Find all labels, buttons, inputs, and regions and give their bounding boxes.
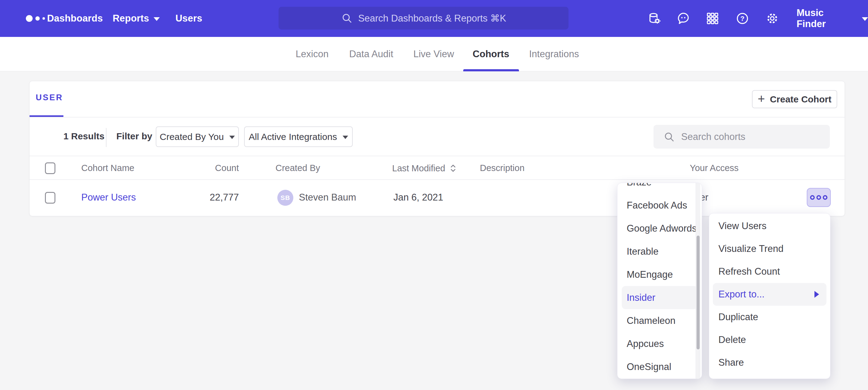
data-management-icon[interactable] bbox=[647, 11, 661, 26]
tab-lexicon[interactable]: Lexicon bbox=[296, 37, 329, 71]
menu-item-export-to[interactable]: Export to... bbox=[713, 283, 827, 306]
menu-item-facebook-ads[interactable]: Facebook Ads bbox=[622, 194, 698, 217]
search-icon bbox=[663, 131, 675, 143]
chevron-down-icon bbox=[343, 136, 348, 139]
tab-integrations[interactable]: Integrations bbox=[529, 37, 579, 71]
export-integrations-submenu: Braze Facebook Ads Google Adwords Iterab… bbox=[617, 183, 702, 379]
results-count: 1 Results bbox=[63, 131, 104, 141]
project-switcher[interactable]: Music Finder bbox=[797, 0, 868, 37]
filter-by-label: Filter by bbox=[116, 131, 152, 141]
column-header-last-modified[interactable]: Last Modified bbox=[392, 163, 457, 173]
menu-item-delete[interactable]: Delete bbox=[713, 328, 827, 351]
tab-user-cohorts[interactable]: USER bbox=[36, 93, 63, 102]
menu-item-insider[interactable]: Insider bbox=[622, 286, 698, 309]
menu-item-visualize-trend[interactable]: Visualize Trend bbox=[713, 237, 827, 260]
column-header-count: Count bbox=[180, 163, 239, 173]
last-modified-date: Jan 6, 2021 bbox=[393, 192, 443, 203]
search-icon bbox=[341, 12, 353, 24]
tab-cohorts[interactable]: Cohorts bbox=[473, 37, 509, 71]
cohort-search-input[interactable] bbox=[681, 125, 823, 149]
menu-item-duplicate[interactable]: Duplicate bbox=[713, 306, 827, 328]
settings-gear-icon[interactable] bbox=[765, 11, 779, 26]
top-nav-bar: Dashboards Reports Users Search Dashboar… bbox=[0, 0, 868, 37]
nav-users[interactable]: Users bbox=[176, 0, 202, 37]
nav-reports[interactable]: Reports bbox=[113, 0, 160, 37]
menu-item-share[interactable]: Share bbox=[713, 351, 827, 374]
project-name: Music Finder bbox=[797, 7, 855, 30]
row-actions-kebab-button[interactable] bbox=[807, 188, 831, 207]
svg-text:?: ? bbox=[740, 15, 744, 23]
menu-item-view-users[interactable]: View Users bbox=[713, 215, 827, 237]
column-header-cohort-name: Cohort Name bbox=[81, 163, 134, 173]
chevron-down-icon bbox=[154, 17, 160, 21]
tab-data-audit[interactable]: Data Audit bbox=[349, 37, 393, 71]
select-all-checkbox[interactable] bbox=[45, 162, 55, 174]
menu-item-moengage[interactable]: MoEngage bbox=[622, 263, 698, 286]
scrollbar-thumb[interactable] bbox=[696, 236, 700, 349]
avatar: SB bbox=[277, 190, 293, 206]
submenu-arrow-icon bbox=[814, 291, 819, 298]
menu-item-iterable[interactable]: Iterable bbox=[622, 240, 698, 263]
cohort-search-field bbox=[653, 125, 830, 149]
menu-item-google-adwords[interactable]: Google Adwords bbox=[622, 217, 698, 240]
integrations-filter-dropdown[interactable]: All Active Integrations bbox=[244, 126, 353, 147]
column-header-created-by: Created By bbox=[276, 163, 320, 173]
created-by-name: Steven Baum bbox=[299, 192, 356, 203]
cohort-count: 22,777 bbox=[180, 192, 239, 203]
global-search-bar[interactable]: Search Dashboards & Reports ⌘K bbox=[279, 7, 568, 30]
create-cohort-button[interactable]: + Create Cohort bbox=[752, 90, 837, 108]
help-icon[interactable]: ? bbox=[735, 11, 749, 26]
menu-item-braze[interactable]: Braze bbox=[622, 183, 698, 194]
three-dots-icon bbox=[809, 194, 828, 201]
chevron-down-icon bbox=[862, 17, 868, 21]
nav-dashboards[interactable]: Dashboards bbox=[47, 0, 103, 37]
cohorts-card: USER + Create Cohort 1 Results Filter by… bbox=[29, 81, 845, 216]
nav-dashboards-label: Dashboards bbox=[47, 13, 103, 24]
column-header-your-access: Your Access bbox=[690, 163, 739, 173]
nav-users-label: Users bbox=[176, 13, 202, 24]
menu-item-appcues[interactable]: Appcues bbox=[622, 332, 698, 355]
row-checkbox[interactable] bbox=[45, 192, 55, 204]
tab-live-view[interactable]: Live View bbox=[413, 37, 454, 71]
column-header-description: Description bbox=[480, 163, 525, 173]
created-by-filter-dropdown[interactable]: Created By You bbox=[156, 126, 239, 147]
menu-item-chameleon[interactable]: Chameleon bbox=[622, 309, 698, 332]
submenu-scrollbar[interactable] bbox=[695, 183, 700, 379]
cohort-actions-menu: View Users Visualize Trend Refresh Count… bbox=[709, 213, 831, 379]
menu-item-refresh-count[interactable]: Refresh Count bbox=[713, 260, 827, 283]
chevron-down-icon bbox=[229, 136, 235, 139]
mixpanel-logo-icon[interactable] bbox=[26, 0, 45, 37]
global-search-placeholder: Search Dashboards & Reports ⌘K bbox=[358, 12, 506, 24]
feedback-chat-icon[interactable] bbox=[676, 11, 690, 26]
apps-grid-icon[interactable] bbox=[706, 11, 720, 26]
plus-icon: + bbox=[758, 93, 765, 105]
active-tab-underline bbox=[463, 69, 519, 71]
sort-icon bbox=[449, 163, 457, 173]
cohort-name-link[interactable]: Power Users bbox=[81, 192, 136, 203]
divider bbox=[106, 128, 106, 147]
nav-reports-label: Reports bbox=[113, 13, 149, 24]
menu-item-onesignal[interactable]: OneSignal bbox=[622, 355, 698, 378]
